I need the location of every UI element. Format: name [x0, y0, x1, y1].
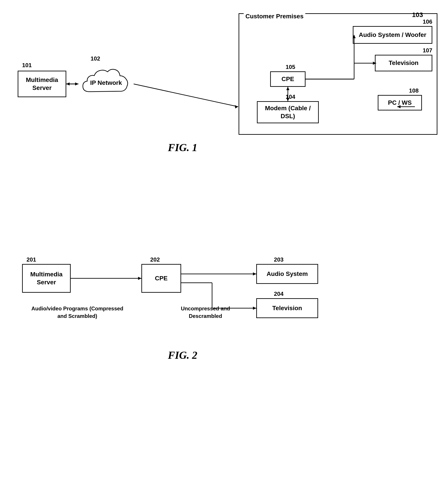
svg-marker-16	[397, 105, 400, 108]
fig1-main-arrows	[13, 9, 442, 163]
fig2-area: 201 Multimedia Server 202 CPE 203 Audio …	[13, 243, 442, 442]
svg-marker-20	[253, 272, 256, 275]
input-sublabel: Audio/video Programs (Compressed and Scr…	[26, 305, 128, 320]
fig1-label: FIG. 1	[168, 141, 197, 153]
svg-marker-18	[138, 277, 141, 280]
svg-marker-12	[66, 82, 70, 86]
output-sublabel: Uncompressed and Descrambled	[168, 305, 243, 320]
fig2-arrows	[13, 243, 442, 398]
svg-line-13	[134, 84, 238, 107]
ip-network-label: IP Network	[90, 79, 122, 87]
diagram-container: 103 Customer Premises 106 Audio System /…	[0, 0, 448, 486]
svg-marker-14	[235, 105, 238, 108]
fig1-area: 103 Customer Premises 106 Audio System /…	[13, 9, 442, 163]
fig2-label: FIG. 2	[168, 349, 197, 361]
svg-marker-24	[253, 307, 256, 310]
